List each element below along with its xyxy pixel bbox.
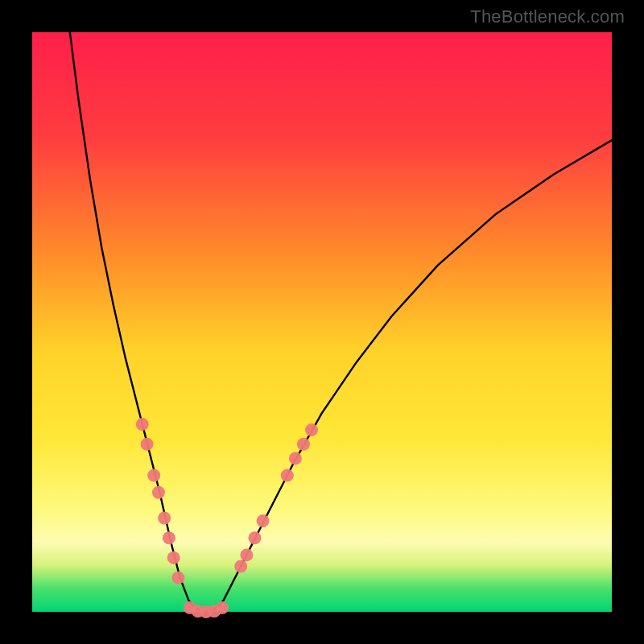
data-marker — [136, 418, 149, 431]
data-marker — [289, 452, 302, 464]
data-marker — [158, 512, 171, 525]
data-marker — [163, 531, 175, 544]
data-marker — [297, 438, 310, 451]
data-marker — [248, 531, 261, 544]
watermark-text: TheBottleneck.com — [470, 6, 625, 27]
data-marker — [234, 560, 247, 573]
data-marker — [281, 469, 294, 482]
bottleneck-curve — [70, 32, 612, 612]
data-marker — [152, 486, 165, 499]
curve-overlay — [32, 32, 612, 612]
data-marker — [141, 438, 154, 451]
data-marker — [257, 514, 270, 527]
plot-area — [32, 32, 612, 612]
data-marker — [147, 469, 160, 482]
data-marker — [240, 548, 253, 561]
data-marker — [216, 601, 229, 614]
data-marker — [305, 423, 318, 436]
data-marker — [167, 551, 180, 564]
chart-canvas: TheBottleneck.com — [0, 0, 644, 644]
data-marker — [171, 572, 184, 584]
